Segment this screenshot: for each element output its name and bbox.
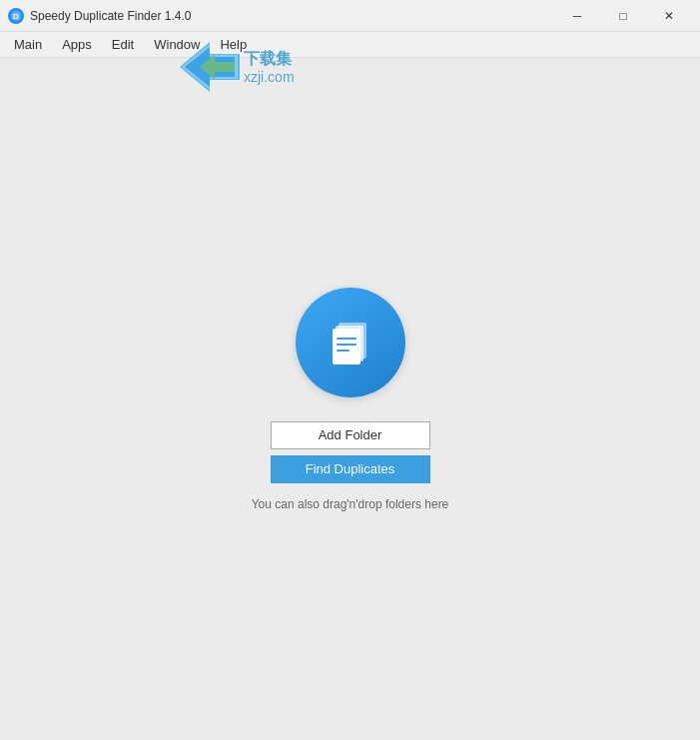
- svg-rect-8: [333, 329, 360, 365]
- watermark-text: 下载集 xzji.com: [244, 49, 295, 84]
- window-controls: ─ □ ✕: [554, 0, 692, 32]
- minimize-button[interactable]: ─: [554, 0, 600, 32]
- menu-bar: Main Apps Edit Window Help 下载集 xzji.com: [0, 32, 700, 58]
- add-folder-button[interactable]: Add Folder: [271, 421, 430, 449]
- app-title: Speedy Duplicate Finder 1.4.0: [30, 9, 191, 23]
- watermark-line1: 下载集: [244, 49, 295, 68]
- documents-icon: [321, 313, 380, 372]
- main-content: Add Folder Find Duplicates You can also …: [0, 58, 700, 740]
- close-button[interactable]: ✕: [646, 0, 692, 32]
- app-icon: D: [8, 8, 24, 24]
- title-bar-left: D Speedy Duplicate Finder 1.4.0: [8, 8, 191, 24]
- find-duplicates-button[interactable]: Find Duplicates: [271, 455, 430, 483]
- title-bar: D Speedy Duplicate Finder 1.4.0 ─ □ ✕: [0, 0, 700, 32]
- drag-hint-text: You can also drag'n'drop folders here: [252, 497, 449, 511]
- menu-edit[interactable]: Edit: [102, 34, 144, 56]
- watermark-line2: xzji.com: [244, 69, 295, 85]
- documents-icon-circle: [296, 288, 405, 397]
- maximize-button[interactable]: □: [600, 0, 646, 32]
- menu-apps[interactable]: Apps: [52, 34, 102, 56]
- svg-text:D: D: [13, 12, 19, 21]
- watermark: 下载集 xzji.com: [180, 42, 295, 92]
- menu-main[interactable]: Main: [4, 34, 52, 56]
- watermark-arrow-icon: [180, 42, 240, 92]
